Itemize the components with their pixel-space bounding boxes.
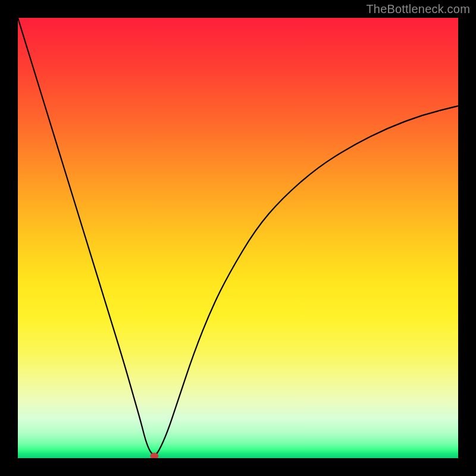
bottleneck-curve <box>18 18 458 455</box>
plot-area <box>18 18 458 458</box>
chart-frame: TheBottleneck.com <box>0 0 476 476</box>
watermark-text: TheBottleneck.com <box>366 2 470 16</box>
curve-svg <box>18 18 458 458</box>
